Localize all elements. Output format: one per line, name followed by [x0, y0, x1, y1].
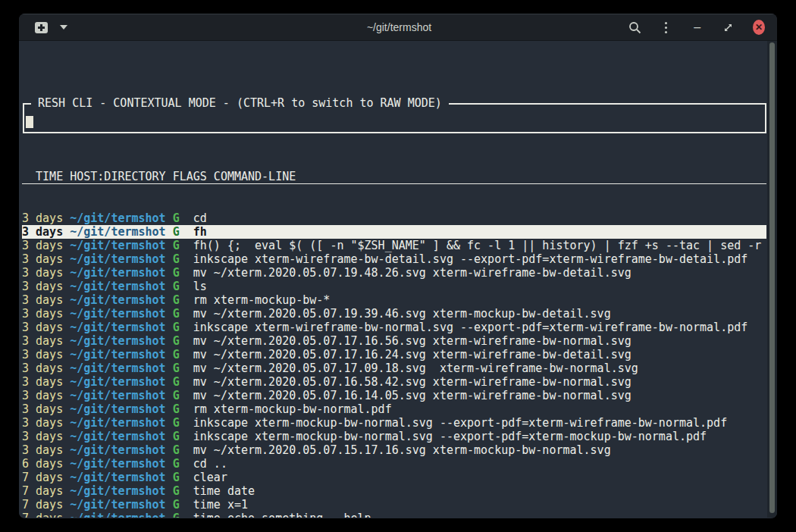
close-button[interactable]: ✕	[753, 20, 765, 35]
scrollbar[interactable]	[767, 41, 777, 518]
table-row[interactable]: 3 days ~/git/termshot G cd	[22, 211, 766, 225]
window-title: ~/git/termshot	[170, 21, 628, 33]
table-row[interactable]: 6 days ~/git/termshot G cd ..	[22, 457, 766, 471]
text-cursor	[26, 116, 33, 128]
table-row[interactable]: 3 days ~/git/termshot G mv ~/xterm.2020.…	[22, 348, 766, 361]
search-button[interactable]	[628, 20, 641, 35]
table-row[interactable]: 3 days ~/git/termshot G inkscape xterm-m…	[22, 430, 766, 443]
history-list: 3 days ~/git/termshot G cd3 days ~/git/t…	[22, 211, 766, 518]
table-row[interactable]: 3 days ~/git/termshot G mv ~/xterm.2020.…	[22, 266, 766, 280]
table-row[interactable]: 3 days ~/git/termshot G inkscape xterm-w…	[22, 321, 766, 334]
titlebar: ~/git/termshot – ✕	[19, 14, 777, 41]
tab-dropdown-button[interactable]	[56, 20, 71, 35]
search-input-box[interactable]: RESH CLI - CONTEXTUAL MODE - (CTRL+R to …	[23, 103, 766, 133]
new-tab-icon	[35, 22, 48, 33]
table-row[interactable]: 3 days ~/git/termshot G inkscape xterm-w…	[22, 252, 766, 266]
table-row[interactable]: 3 days ~/git/termshot G mv ~/xterm.2020.…	[22, 389, 766, 402]
table-row[interactable]: 3 days ~/git/termshot G rm xterm-mockup-…	[22, 293, 766, 307]
table-row[interactable]: 7 days ~/git/termshot G clear	[22, 471, 766, 484]
table-row[interactable]: 3 days ~/git/termshot G mv ~/xterm.2020.…	[22, 443, 766, 457]
table-row[interactable]: 3 days ~/git/termshot G mv ~/xterm.2020.…	[22, 375, 766, 389]
terminal-screen: RESH CLI - CONTEXTUAL MODE - (CTRL+R to …	[19, 41, 777, 518]
restore-icon	[723, 23, 733, 33]
new-tab-button[interactable]	[33, 20, 49, 35]
terminal-window: ~/git/termshot – ✕	[19, 14, 777, 518]
table-row[interactable]: 3 days ~/git/termshot G inkscape xterm-m…	[22, 416, 766, 430]
table-row[interactable]: 3 days ~/git/termshot G ls	[22, 280, 766, 293]
table-row[interactable]: 3 days ~/git/termshot G mv ~/xterm.2020.…	[22, 361, 766, 375]
table-row[interactable]: 3 days ~/git/termshot G mv ~/xterm.2020.…	[22, 307, 766, 321]
table-row[interactable]: 3 days ~/git/termshot G fh	[22, 225, 766, 239]
search-icon	[628, 21, 641, 34]
minimize-icon: –	[694, 23, 700, 31]
table-row[interactable]: 3 days ~/git/termshot G rm xterm-mockup-…	[22, 402, 766, 416]
scrollbar-thumb[interactable]	[769, 42, 775, 513]
close-icon: ✕	[755, 22, 763, 33]
table-row[interactable]: 3 days ~/git/termshot G fh() {; eval $( …	[22, 239, 766, 252]
table-row[interactable]: 3 days ~/git/termshot G mv ~/xterm.2020.…	[22, 334, 766, 348]
table-header: TIME HOST:DIRECTORY FLAGS COMMAND-LINE	[22, 170, 766, 184]
chevron-down-icon	[60, 25, 67, 30]
table-row[interactable]: 7 days ~/git/termshot G time x=1	[22, 498, 766, 512]
table-row[interactable]: 7 days ~/git/termshot G time date	[22, 484, 766, 498]
minimize-button[interactable]: –	[691, 20, 704, 35]
menu-button[interactable]	[660, 20, 672, 35]
mode-box-title: RESH CLI - CONTEXTUAL MODE - (CTRL+R to …	[31, 96, 449, 110]
vertical-ellipsis-icon	[665, 22, 667, 33]
table-row[interactable]: 7 days ~/git/termshot G time echo someth…	[22, 512, 766, 518]
restore-button[interactable]	[722, 20, 735, 35]
